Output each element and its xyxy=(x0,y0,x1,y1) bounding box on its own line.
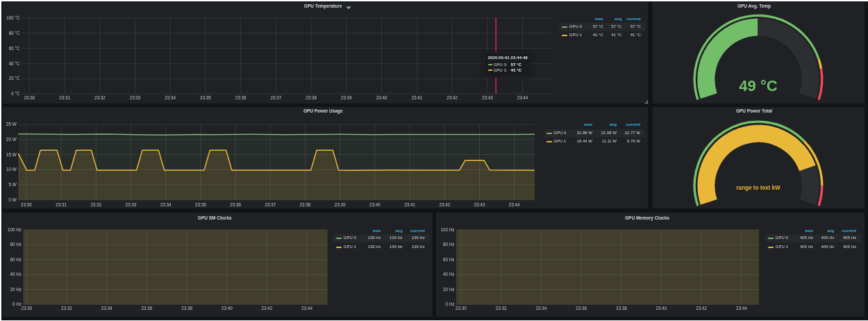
svg-text:23:40: 23:40 xyxy=(656,306,667,311)
svg-text:23:41: 23:41 xyxy=(404,201,415,206)
svg-text:23:40: 23:40 xyxy=(376,95,387,100)
svg-text:15 W: 15 W xyxy=(6,151,17,156)
svg-text:0 Hz: 0 Hz xyxy=(12,302,21,306)
svg-text:23:32: 23:32 xyxy=(495,306,506,311)
svg-text:40 °C: 40 °C xyxy=(8,60,19,65)
svg-text:23:30: 23:30 xyxy=(21,306,32,311)
svg-text:23:38: 23:38 xyxy=(306,95,317,100)
svg-text:60 Hz: 60 Hz xyxy=(10,257,21,262)
svg-text:23:41: 23:41 xyxy=(411,95,422,100)
svg-text:20 Hz: 20 Hz xyxy=(10,287,21,292)
svg-text:23:36: 23:36 xyxy=(141,306,152,311)
svg-text:23:36: 23:36 xyxy=(576,306,587,311)
svg-text:23:38: 23:38 xyxy=(299,201,310,206)
svg-text:0 Hz: 0 Hz xyxy=(445,302,454,306)
svg-text:23:36: 23:36 xyxy=(230,201,241,206)
svg-text:23:30: 23:30 xyxy=(21,201,32,206)
svg-text:23:39: 23:39 xyxy=(341,95,352,100)
svg-text:23:44: 23:44 xyxy=(301,306,312,311)
svg-text:23:40: 23:40 xyxy=(369,201,381,206)
svg-text:23:44: 23:44 xyxy=(736,306,747,311)
svg-text:23:32: 23:32 xyxy=(61,306,72,311)
svg-text:23:43: 23:43 xyxy=(481,95,492,100)
svg-text:23:37: 23:37 xyxy=(265,201,276,206)
svg-text:23:34: 23:34 xyxy=(535,306,546,311)
svg-text:23:42: 23:42 xyxy=(261,306,272,311)
svg-text:23:30: 23:30 xyxy=(24,95,35,100)
svg-text:0 °C: 0 °C xyxy=(11,91,20,96)
svg-text:23:38: 23:38 xyxy=(181,306,192,311)
svg-text:0 W: 0 W xyxy=(8,197,16,201)
svg-text:20 Hz: 20 Hz xyxy=(443,287,454,292)
svg-text:23:31: 23:31 xyxy=(59,95,70,100)
svg-text:60 °C: 60 °C xyxy=(8,45,19,50)
svg-text:23:42: 23:42 xyxy=(439,201,450,206)
svg-text:23:38: 23:38 xyxy=(615,306,626,311)
svg-text:23:35: 23:35 xyxy=(195,201,206,206)
svg-text:23:33: 23:33 xyxy=(125,201,136,206)
svg-text:23:36: 23:36 xyxy=(235,95,246,100)
svg-text:23:34: 23:34 xyxy=(165,95,176,100)
svg-text:23:43: 23:43 xyxy=(474,201,485,206)
svg-text:40 Hz: 40 Hz xyxy=(443,272,454,277)
svg-text:23:39: 23:39 xyxy=(334,201,345,206)
svg-text:23:32: 23:32 xyxy=(94,95,105,100)
svg-text:23:34: 23:34 xyxy=(160,201,171,206)
svg-text:23:40: 23:40 xyxy=(221,306,232,311)
svg-text:40 Hz: 40 Hz xyxy=(10,272,21,277)
svg-text:23:44: 23:44 xyxy=(508,201,519,206)
svg-text:23:34: 23:34 xyxy=(101,306,112,311)
svg-text:range to text kW: range to text kW xyxy=(736,184,781,190)
svg-text:23:32: 23:32 xyxy=(90,201,101,206)
svg-text:23:42: 23:42 xyxy=(446,95,458,100)
svg-text:60 Hz: 60 Hz xyxy=(443,257,454,262)
svg-text:23:30: 23:30 xyxy=(456,306,467,311)
svg-text:5 W: 5 W xyxy=(8,182,16,187)
svg-text:20 °C: 20 °C xyxy=(8,76,19,81)
svg-text:23:33: 23:33 xyxy=(129,95,140,100)
svg-text:23:37: 23:37 xyxy=(270,95,281,100)
svg-text:23:35: 23:35 xyxy=(200,95,211,100)
svg-text:23:44: 23:44 xyxy=(517,95,528,100)
svg-text:49 °C: 49 °C xyxy=(739,76,777,94)
svg-text:23:31: 23:31 xyxy=(56,201,67,206)
svg-text:23:42: 23:42 xyxy=(696,306,707,311)
svg-text:10 W: 10 W xyxy=(6,167,17,172)
